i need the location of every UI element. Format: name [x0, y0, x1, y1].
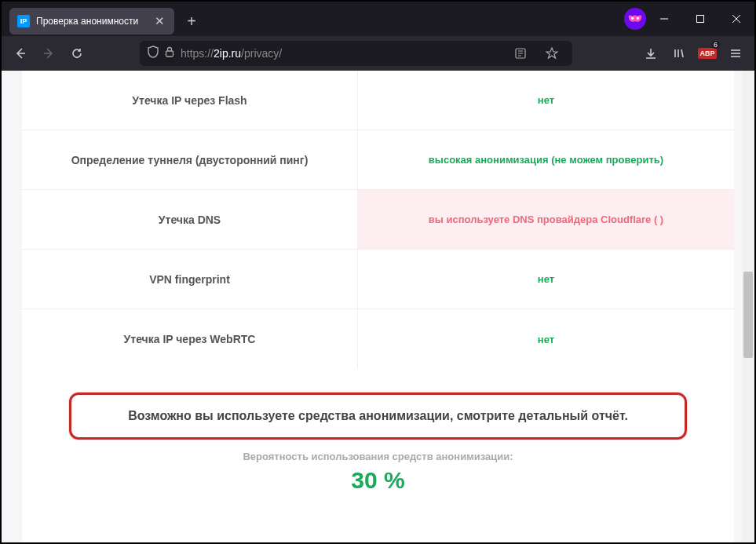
row-label: Утечка IP через WebRTC: [22, 309, 358, 369]
new-tab-button[interactable]: +: [179, 9, 204, 34]
titlebar: IP Проверка анонимности ✕ +: [2, 2, 754, 36]
reload-icon: [71, 47, 83, 60]
row-value: нет: [358, 309, 734, 369]
browser-tab[interactable]: IP Проверка анонимности ✕: [9, 8, 174, 35]
forward-button: [36, 41, 61, 66]
tab-close-button[interactable]: ✕: [152, 14, 166, 28]
row-label: Определение туннеля (двусторонний пинг): [22, 130, 358, 189]
row-value: вы используете DNS провайдера Cloudflare…: [358, 190, 734, 249]
tab-title: Проверка анонимности: [36, 16, 146, 27]
close-button[interactable]: [718, 2, 754, 36]
maximize-button[interactable]: [682, 2, 718, 36]
table-row: Определение туннеля (двусторонний пинг)в…: [22, 130, 734, 190]
abp-badge-count: 6: [711, 41, 720, 49]
row-label: VPN fingerprint: [22, 250, 358, 309]
abp-icon: ABP: [698, 48, 716, 59]
library-icon: [673, 47, 685, 60]
lock-icon[interactable]: [165, 46, 174, 60]
hamburger-icon: [729, 47, 742, 60]
page-body: Утечка IP через FlashнетОпределение тунн…: [22, 71, 734, 542]
url-text: https://2ip.ru/privacy/: [181, 47, 502, 60]
downloads-button[interactable]: [638, 41, 663, 66]
scrollbar-thumb[interactable]: [743, 272, 753, 358]
app-menu-button[interactable]: [723, 41, 748, 66]
tab-favicon: IP: [17, 15, 30, 27]
table-row: Утечка DNSвы используете DNS провайдера …: [22, 190, 734, 250]
svg-point-1: [637, 17, 639, 20]
probability-label: Вероятность использования средств аноним…: [69, 451, 687, 462]
svg-rect-8: [166, 51, 173, 57]
results-table: Утечка IP через FlashнетОпределение тунн…: [22, 71, 734, 369]
row-value: нет: [358, 71, 734, 130]
profile-avatar[interactable]: [624, 8, 646, 30]
nav-toolbar: https://2ip.ru/privacy/ ABP 6: [2, 36, 754, 71]
abp-button[interactable]: ABP 6: [695, 41, 720, 66]
library-button[interactable]: [667, 41, 692, 66]
bookmark-button[interactable]: [539, 41, 564, 66]
probability-value: 30 %: [69, 467, 687, 494]
arrow-left-icon: [13, 46, 27, 60]
table-row: VPN fingerprintнет: [22, 250, 734, 309]
row-value: высокая анонимизация (не можем проверить…: [358, 130, 734, 189]
reader-icon: [515, 48, 526, 59]
back-button[interactable]: [8, 41, 33, 66]
close-icon: [732, 14, 741, 24]
summary-section: Возможно вы используете средства аноними…: [22, 369, 734, 494]
page-content: Утечка IP через FlashнетОпределение тунн…: [2, 71, 754, 542]
browser-window: IP Проверка анонимности ✕ +: [2, 2, 754, 542]
reader-mode-button[interactable]: [508, 41, 533, 66]
minimize-icon: [659, 14, 669, 24]
shield-icon[interactable]: [148, 46, 159, 61]
arrow-right-icon: [42, 46, 56, 60]
reload-button[interactable]: [64, 41, 89, 66]
svg-line-15: [681, 49, 683, 57]
row-label: Утечка IP через Flash: [22, 71, 358, 130]
svg-rect-3: [697, 16, 704, 23]
maximize-icon: [696, 14, 705, 24]
summary-message: Возможно вы используете средства аноними…: [69, 392, 687, 440]
url-bar[interactable]: https://2ip.ru/privacy/: [140, 41, 572, 66]
download-icon: [645, 47, 657, 60]
star-icon: [546, 47, 558, 60]
svg-point-0: [631, 17, 634, 20]
minimize-button[interactable]: [646, 2, 682, 36]
row-value: нет: [358, 250, 734, 309]
scrollbar[interactable]: [742, 71, 754, 542]
mask-icon: [627, 14, 643, 24]
table-row: Утечка IP через Flashнет: [22, 71, 734, 130]
table-row: Утечка IP через WebRTCнет: [22, 309, 734, 369]
row-label: Утечка DNS: [22, 190, 358, 249]
